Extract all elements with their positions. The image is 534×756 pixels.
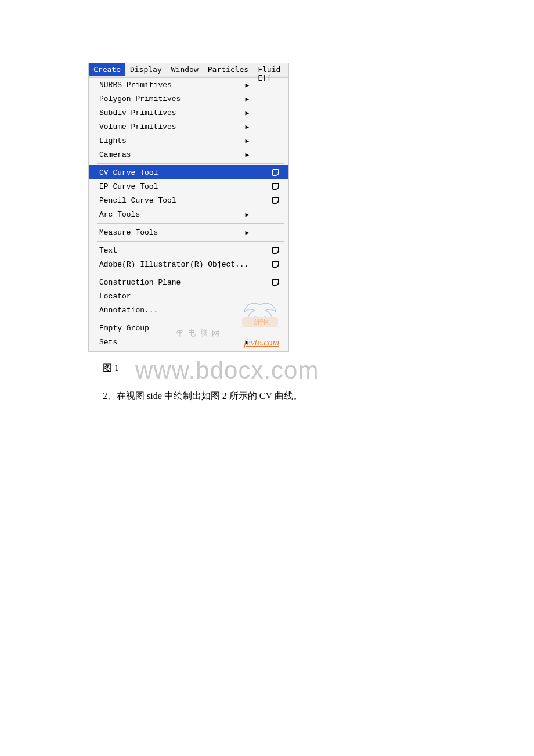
menu-item-arc-tools[interactable]: Arc Tools ▶ — [89, 207, 288, 221]
menu-item-label: Measure Tools — [99, 228, 282, 237]
submenu-arrow-icon: ▶ — [245, 123, 249, 131]
menu-item-label: Subdiv Primitives — [99, 109, 282, 117]
menu-divider — [97, 273, 284, 273]
menu-item-label: Arc Tools — [99, 210, 282, 219]
menu-item-label: Text — [99, 246, 282, 255]
menu-item-subdiv-primitives[interactable]: Subdiv Primitives ▶ — [89, 106, 288, 120]
menu-item-ep-curve-tool[interactable]: EP Curve Tool — [89, 179, 288, 193]
menu-item-text[interactable]: Text — [89, 243, 288, 257]
submenu-arrow-icon: ▶ — [245, 95, 249, 103]
maya-create-menu-screenshot: Create Display Window Particles Fluid Ef… — [88, 63, 289, 352]
submenu-arrow-icon: ▶ — [245, 109, 249, 117]
submenu-arrow-icon: ▶ — [245, 81, 249, 89]
menu-item-measure-tools[interactable]: Measure Tools ▶ — [89, 225, 288, 239]
menu-item-label: Lights — [99, 136, 282, 145]
options-box-icon[interactable] — [272, 279, 279, 286]
menu-item-label: EP Curve Tool — [99, 182, 282, 191]
submenu-arrow-icon: ▶ — [245, 211, 249, 218]
menu-item-construction-plane[interactable]: Construction Plane — [89, 275, 288, 289]
menu-item-label: Locator — [99, 292, 282, 301]
menu-item-label: Cameras — [99, 150, 282, 159]
menu-item-label: Polygon Primitives — [99, 95, 282, 103]
menu-item-cv-curve-tool[interactable]: CV Curve Tool — [89, 165, 288, 179]
options-box-icon[interactable] — [272, 183, 279, 190]
menu-item-label: CV Curve Tool — [99, 168, 282, 177]
watermark-wings-icon: 飞特网 — [242, 300, 278, 330]
menu-item-nurbs-primitives[interactable]: NURBS Primitives ▶ — [89, 78, 288, 92]
menu-particles[interactable]: Particles — [203, 63, 253, 76]
menu-item-pencil-curve-tool[interactable]: Pencil Curve Tool — [89, 193, 288, 207]
figure-caption: 图 1 — [103, 362, 119, 375]
menu-item-label: Volume Primitives — [99, 123, 282, 131]
menu-item-label: Construction Plane — [99, 278, 282, 287]
watermark-badge-text: 飞特网 — [242, 317, 278, 327]
menu-fluid-eff[interactable]: Fluid Eff — [253, 63, 288, 76]
create-dropdown: NURBS Primitives ▶ Polygon Primitives ▶ … — [89, 78, 288, 351]
menu-item-lights[interactable]: Lights ▶ — [89, 134, 288, 147]
options-box-icon[interactable] — [272, 261, 279, 268]
options-box-icon[interactable] — [272, 169, 279, 176]
watermark-small-text: 年 电 脑 网 — [176, 328, 219, 339]
menu-item-label: Adobe(R) Illustrator(R) Object... — [99, 260, 282, 269]
menu-item-cameras[interactable]: Cameras ▶ — [89, 147, 288, 161]
menu-item-adobe-illustrator-object[interactable]: Adobe(R) Illustrator(R) Object... — [89, 257, 288, 271]
menu-window[interactable]: Window — [167, 63, 203, 76]
options-box-icon[interactable] — [272, 247, 279, 254]
menu-divider — [97, 163, 284, 164]
menu-item-label: Pencil Curve Tool — [99, 196, 282, 205]
options-box-icon[interactable] — [272, 197, 279, 204]
menu-item-polygon-primitives[interactable]: Polygon Primitives ▶ — [89, 92, 288, 106]
menu-create[interactable]: Create — [89, 63, 125, 76]
menu-item-volume-primitives[interactable]: Volume Primitives ▶ — [89, 120, 288, 134]
body-paragraph: 2、在视图 side 中绘制出如图 2 所示的 CV 曲线。 — [103, 390, 302, 402]
menu-divider — [97, 223, 284, 224]
watermark-fevte-link: fevte.com — [244, 337, 279, 348]
menu-display[interactable]: Display — [125, 63, 167, 76]
menubar: Create Display Window Particles Fluid Ef… — [89, 63, 288, 76]
menu-item-label: NURBS Primitives — [99, 81, 282, 89]
submenu-arrow-icon: ▶ — [245, 229, 249, 236]
submenu-arrow-icon: ▶ — [245, 137, 249, 145]
menu-divider — [97, 241, 284, 242]
submenu-arrow-icon: ▶ — [245, 151, 249, 159]
watermark-bdocx: www.bdocx.com — [135, 357, 319, 384]
